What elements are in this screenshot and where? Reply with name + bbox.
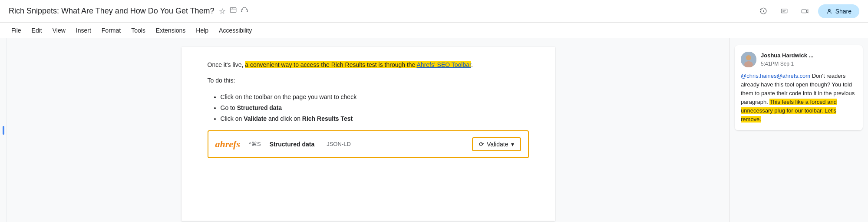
comments-button[interactable] (776, 3, 792, 19)
avatar (741, 52, 756, 67)
star-icon[interactable]: ☆ (219, 7, 226, 16)
menu-format[interactable]: Format (97, 25, 125, 36)
comment-sidebar: Joshua Hardwick ... 5:41PM Sep 1 @chris.… (729, 38, 868, 222)
para1-period: . (471, 61, 473, 68)
svg-point-3 (828, 9, 830, 11)
menu-file[interactable]: File (7, 25, 26, 36)
svg-rect-0 (230, 8, 236, 13)
title-left: Rich Snippets: What Are They and How Do … (9, 6, 248, 16)
share-icon (826, 8, 833, 15)
comment-body: @chris.haines@ahrefs.com Don't readers a… (741, 72, 857, 124)
left-margin (0, 38, 7, 222)
menu-view[interactable]: View (48, 25, 70, 36)
menu-help[interactable]: Help (191, 25, 213, 36)
ahrefs-logo: ahrefs (215, 136, 240, 152)
menu-accessibility[interactable]: Accessibility (215, 25, 256, 36)
para1-highlighted: a convenient way to access the Rich Resu… (245, 61, 471, 68)
share-button[interactable]: Share (818, 4, 859, 18)
bullet-item-2: Go to Structured data (221, 103, 529, 113)
drive-icon[interactable] (229, 6, 237, 16)
menu-insert[interactable]: Insert (72, 25, 96, 36)
avatar-svg (741, 52, 756, 67)
comment-card: Joshua Hardwick ... 5:41PM Sep 1 @chris.… (735, 45, 863, 130)
plugin-shortcut: ^⌘S (249, 140, 261, 149)
validate-icon: ⟳ (479, 141, 484, 148)
title-bar: Rich Snippets: What Are They and How Do … (0, 0, 868, 23)
avatar-image (741, 52, 756, 67)
comment-timestamp: 5:41PM Sep 1 (761, 60, 813, 68)
history-button[interactable] (756, 3, 771, 19)
para1-before: Once it's live, (208, 61, 245, 68)
bullet-item-3: Click on Validate and click on Rich Resu… (221, 113, 529, 124)
meet-button[interactable] (797, 3, 813, 19)
validate-dropdown-icon: ▾ (511, 141, 514, 148)
main-area: Once it's live, a convenient way to acce… (0, 38, 868, 222)
bullet-item-1: Click on the toolbar on the page you wan… (221, 92, 529, 103)
menu-tools[interactable]: Tools (127, 25, 150, 36)
doc-page: Once it's live, a convenient way to acce… (182, 47, 555, 221)
plugin-label: Structured data (270, 139, 314, 149)
validate-button[interactable]: ⟳ Validate ▾ (472, 137, 521, 151)
svg-point-5 (746, 55, 751, 60)
paragraph-2: To do this: (208, 76, 529, 85)
comment-author-info: Joshua Hardwick ... 5:41PM Sep 1 (761, 51, 813, 68)
title-icons: ☆ (219, 6, 248, 16)
svg-rect-1 (781, 9, 787, 13)
cloud-icon[interactable] (241, 6, 248, 16)
paragraph-1: Once it's live, a convenient way to acce… (208, 60, 529, 70)
menu-edit[interactable]: Edit (27, 25, 46, 36)
comment-author-name: Joshua Hardwick ... (761, 51, 813, 60)
comment-mention[interactable]: @chris.haines@ahrefs.com (741, 73, 810, 79)
editor-area: Once it's live, a convenient way to acce… (7, 38, 729, 222)
json-ld-badge: JSON-LD (327, 140, 351, 149)
doc-title: Rich Snippets: What Are They and How Do … (9, 7, 215, 16)
comment-header: Joshua Hardwick ... 5:41PM Sep 1 (741, 51, 857, 68)
title-right: Share (756, 3, 859, 19)
margin-indicator (3, 126, 4, 135)
bullet-list: Click on the toolbar on the page you wan… (221, 92, 529, 125)
svg-rect-2 (802, 10, 806, 13)
ahrefs-seo-toolbar-link[interactable]: Ahrefs' SEO Toolbar (417, 61, 471, 68)
menu-bar: File Edit View Insert Format Tools Exten… (0, 23, 868, 38)
plugin-box: ahrefs ^⌘S Structured data JSON-LD ⟳ Val… (208, 130, 529, 158)
menu-extensions[interactable]: Extensions (152, 25, 190, 36)
